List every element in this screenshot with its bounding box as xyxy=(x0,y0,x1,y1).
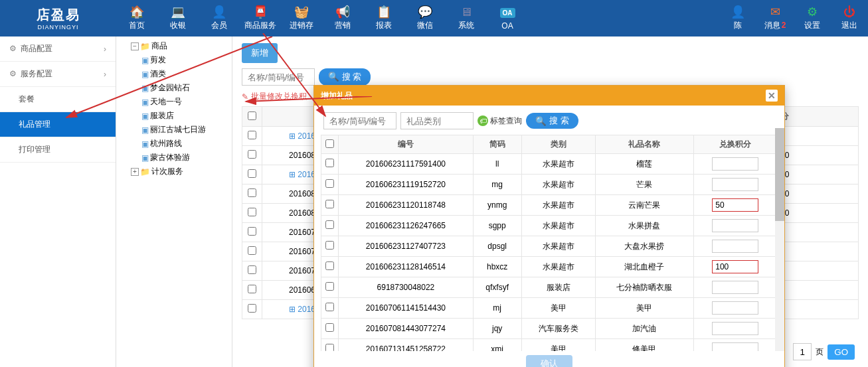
sidebar-item[interactable]: ⚙服务配置› xyxy=(0,62,116,87)
modal-row-checkbox[interactable] xyxy=(325,323,334,332)
modal-row-checkbox[interactable] xyxy=(325,261,334,270)
nav-cashier[interactable]: 💻收银 xyxy=(157,0,199,37)
modal-col-header: 简码 xyxy=(473,135,521,154)
sidebar-item-label: 商品配置 xyxy=(21,44,52,53)
confirm-button[interactable]: 确认 xyxy=(526,355,572,367)
tree-leaf[interactable]: ▣ 杭州路线 xyxy=(119,137,229,151)
select-all-checkbox[interactable] xyxy=(248,111,256,120)
modal-row-checkbox[interactable] xyxy=(325,241,334,250)
nav-msg[interactable]: ✉消息2 xyxy=(756,0,794,37)
modal-row-checkbox[interactable] xyxy=(325,200,334,208)
tree-leaf[interactable]: ▣ 蒙古体验游 xyxy=(119,151,229,165)
row-checkbox[interactable] xyxy=(248,246,256,255)
tree-leaf[interactable]: ▣ 天地一号 xyxy=(119,95,229,109)
row-checkbox[interactable] xyxy=(248,227,256,236)
modal-row: 201607081443077274 jqy 汽车服务类 加汽油 xyxy=(321,319,778,339)
minus-icon[interactable]: − xyxy=(131,42,139,50)
row-checkbox[interactable] xyxy=(248,304,256,313)
close-icon[interactable]: ✕ xyxy=(766,90,778,102)
points-input[interactable] xyxy=(712,342,758,351)
tree-leaf[interactable]: ▣ 剪发 xyxy=(119,53,229,67)
modal-row-checkbox[interactable] xyxy=(325,179,334,188)
modal-search-input[interactable] xyxy=(323,112,396,129)
points-input[interactable] xyxy=(712,260,758,273)
row-checkbox[interactable] xyxy=(248,131,256,139)
folder-icon: 📁 xyxy=(140,42,150,51)
row-checkbox[interactable] xyxy=(248,285,256,293)
nav-home[interactable]: 🏠首页 xyxy=(116,0,157,37)
modal-category-input[interactable] xyxy=(400,112,474,129)
tree-leaf[interactable]: ▣ 服装店 xyxy=(119,109,229,123)
cell-cat: 水果超市 xyxy=(521,175,595,195)
modal-table: 编号简码类别礼品名称兑换积分 201606231117591400 ll 水果超… xyxy=(321,135,778,351)
points-input[interactable] xyxy=(712,178,758,191)
gear-icon: ⚙ xyxy=(9,69,17,78)
page-input[interactable] xyxy=(793,343,812,360)
nav-member[interactable]: 👤会员 xyxy=(199,0,240,37)
nav-report[interactable]: 📋报表 xyxy=(363,0,404,37)
cell-cat: 水果超市 xyxy=(521,257,595,277)
nav-oa-label: OA xyxy=(501,21,513,31)
points-input[interactable] xyxy=(712,198,758,212)
row-checkbox[interactable] xyxy=(248,265,256,274)
tag-search-link[interactable]: 🏷 标签查询 xyxy=(477,115,522,127)
modal-row-checkbox[interactable] xyxy=(325,159,334,167)
nav-wechat[interactable]: 💬微信 xyxy=(404,0,446,37)
expand-icon[interactable]: ⊞ xyxy=(289,305,296,314)
points-input[interactable] xyxy=(712,301,758,315)
points-input[interactable] xyxy=(712,157,758,171)
tree-second[interactable]: + 📁 计次服务 xyxy=(119,165,229,179)
sidebar-item[interactable]: 套餐 xyxy=(0,87,116,112)
modal-select-all[interactable] xyxy=(325,139,334,148)
nav-oa-icon: OA xyxy=(499,7,515,20)
nav-user[interactable]: 👤陈 xyxy=(719,0,756,37)
row-checkbox[interactable] xyxy=(248,208,256,216)
nav-goods[interactable]: 📮商品服务 xyxy=(240,0,281,37)
row-checkbox[interactable] xyxy=(248,150,256,159)
modal-search-button[interactable]: 🔍 搜 索 xyxy=(526,113,578,129)
modal-row-checkbox[interactable] xyxy=(325,303,334,311)
nav-oa[interactable]: OAOA xyxy=(487,0,528,37)
cell-name: 七分袖防晒衣服 xyxy=(595,277,693,298)
sidebar-item[interactable]: 礼品管理 xyxy=(0,112,116,137)
scrollbar-thumb[interactable] xyxy=(775,128,784,221)
pager: 页 GO xyxy=(793,343,855,360)
tree-leaf[interactable]: ▣ 梦金园钻石 xyxy=(119,81,229,95)
edit-icon: ✎ xyxy=(242,92,248,102)
go-button[interactable]: GO xyxy=(827,344,855,360)
nav-settings[interactable]: ⚙设置 xyxy=(794,0,831,37)
cell-name: 水果拼盘 xyxy=(595,216,693,236)
batch-edit-link[interactable]: ✎ 批量修改兑换积 xyxy=(242,91,307,102)
cell-short: xmj xyxy=(473,339,521,352)
row-checkbox[interactable] xyxy=(248,188,256,197)
expand-icon[interactable]: ⊞ xyxy=(289,131,296,141)
cell-code: 201607081443077274 xyxy=(339,319,474,339)
plus-icon[interactable]: + xyxy=(131,168,139,176)
tree-root[interactable]: − 📁 商品 xyxy=(119,39,229,53)
nav-stock[interactable]: 🧺进销存 xyxy=(281,0,322,37)
nav-settings-icon: ⚙ xyxy=(804,5,820,19)
scrollbar[interactable] xyxy=(775,128,784,351)
nav-system[interactable]: 🖥系统 xyxy=(446,0,487,37)
add-button[interactable]: 新增 xyxy=(242,43,278,63)
tree-leaf[interactable]: ▣ 丽江古城七日游 xyxy=(119,123,229,137)
search-button[interactable]: 🔍 搜 索 xyxy=(319,68,371,86)
points-input[interactable] xyxy=(712,281,758,294)
logo[interactable]: 店盈易 DIANYINGYI xyxy=(0,0,116,37)
nav-marketing[interactable]: 📢营销 xyxy=(322,0,363,37)
sidebar-item[interactable]: 打印管理 xyxy=(0,137,116,163)
search-input[interactable] xyxy=(242,68,315,86)
expand-icon[interactable]: ⊞ xyxy=(289,170,296,179)
nav-goods-label: 商品服务 xyxy=(244,20,276,31)
row-checkbox[interactable] xyxy=(248,169,256,178)
sidebar-item[interactable]: ⚙商品配置› xyxy=(0,37,116,62)
tree-leaf[interactable]: ▣ 酒类 xyxy=(119,67,229,81)
modal-row-checkbox[interactable] xyxy=(325,220,334,229)
points-input[interactable] xyxy=(712,219,758,232)
nav-logout[interactable]: ⏻退出 xyxy=(831,0,868,37)
cell-cat: 美甲 xyxy=(521,298,595,319)
modal-row-checkbox[interactable] xyxy=(325,282,334,291)
modal-row-checkbox[interactable] xyxy=(325,344,334,351)
points-input[interactable] xyxy=(712,240,758,253)
points-input[interactable] xyxy=(712,322,758,335)
